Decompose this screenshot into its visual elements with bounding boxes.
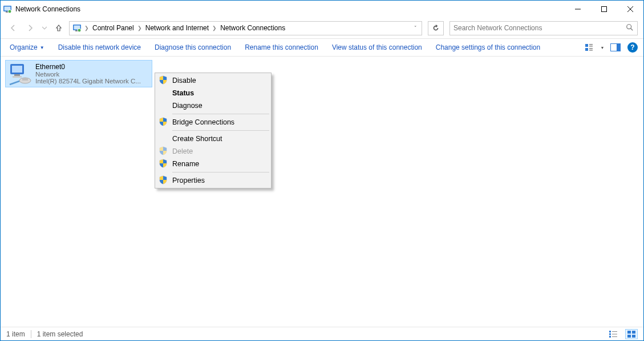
menu-separator	[172, 172, 269, 172]
breadcrumb-leaf[interactable]: Network Connections	[218, 22, 287, 35]
svg-rect-13	[585, 48, 588, 51]
ctx-diagnose[interactable]: Diagnose	[156, 99, 270, 112]
refresh-button[interactable]	[428, 21, 444, 35]
disable-device-label: Disable this network device	[58, 43, 141, 51]
svg-rect-5	[602, 7, 607, 12]
svg-rect-11	[589, 44, 593, 45]
close-button[interactable]	[617, 1, 643, 18]
shield-icon	[159, 75, 168, 85]
svg-rect-32	[632, 331, 635, 334]
diagnose-label: Diagnose this connection	[155, 43, 231, 51]
menu-separator	[172, 114, 269, 114]
svg-line-24	[10, 81, 19, 85]
preview-pane-button[interactable]	[608, 40, 623, 55]
svg-point-8	[627, 24, 631, 29]
tiles-view-button[interactable]	[625, 329, 638, 339]
shield-icon	[159, 117, 168, 126]
change-settings-button[interactable]: Change settings of this connection	[430, 41, 546, 54]
svg-rect-10	[585, 44, 588, 47]
ctx-create-shortcut-label: Create Shortcut	[172, 135, 222, 143]
breadcrumb-mid-label: Network and Internet	[145, 24, 209, 32]
ctx-disable[interactable]: Disable	[156, 74, 270, 87]
svg-rect-34	[632, 335, 635, 338]
view-options-dropdown[interactable]: ▼	[599, 40, 606, 55]
diagnose-button[interactable]: Diagnose this connection	[149, 41, 237, 54]
forward-button[interactable]	[23, 21, 37, 35]
status-separator	[31, 330, 31, 338]
search-icon	[626, 23, 634, 33]
address-bar[interactable]: ❯ Control Panel ❯ Network and Internet ❯…	[69, 21, 422, 35]
help-button[interactable]: ?	[625, 40, 640, 55]
breadcrumb-mid[interactable]: Network and Internet	[143, 22, 211, 35]
ctx-delete: Delete	[156, 145, 270, 158]
svg-rect-12	[589, 46, 593, 47]
ctx-bridge-label: Bridge Connections	[172, 118, 234, 126]
svg-rect-19	[12, 66, 22, 73]
breadcrumb-root[interactable]: Control Panel	[90, 22, 136, 35]
details-view-button[interactable]	[607, 329, 619, 339]
adapter-icon	[8, 62, 32, 86]
chevron-down-icon: ▼	[40, 45, 44, 50]
ctx-diagnose-label: Diagnose	[172, 102, 202, 110]
back-button[interactable]	[6, 21, 20, 35]
network-adapter-item[interactable]: Ethernet0 Network Intel(R) 82574L Gigabi…	[5, 60, 152, 87]
minimize-button[interactable]	[565, 1, 591, 18]
svg-rect-21	[13, 76, 22, 78]
navbar: ❯ Control Panel ❯ Network and Internet ❯…	[1, 18, 643, 38]
adapter-name: Ethernet0	[35, 63, 141, 71]
ctx-delete-label: Delete	[172, 147, 193, 155]
organize-label: Organize	[10, 43, 38, 51]
shield-icon	[159, 175, 168, 184]
window-frame: Network Connections	[0, 0, 644, 341]
context-menu: Disable Status Diagnose Bridge Connectio…	[155, 73, 272, 188]
view-status-label: View status of this connection	[332, 43, 422, 51]
adapter-status: Network	[35, 71, 141, 78]
status-item-count: 1 item	[6, 330, 25, 338]
recent-locations-button[interactable]	[40, 21, 48, 35]
rename-label: Rename this connection	[245, 43, 318, 51]
svg-rect-23	[22, 78, 28, 81]
svg-line-9	[631, 28, 633, 30]
search-input[interactable]	[453, 24, 626, 32]
titlebar: Network Connections	[1, 1, 643, 18]
content-area[interactable]: Ethernet0 Network Intel(R) 82574L Gigabi…	[1, 57, 643, 327]
svg-rect-28	[612, 334, 617, 334]
breadcrumb-leaf-label: Network Connections	[220, 24, 285, 32]
svg-rect-26	[612, 331, 617, 332]
address-dropdown-button[interactable]: ˅	[410, 25, 420, 31]
ctx-disable-label: Disable	[172, 77, 196, 85]
ctx-rename[interactable]: Rename	[156, 158, 270, 170]
svg-rect-31	[627, 331, 631, 334]
svg-rect-15	[589, 50, 593, 51]
status-bar: 1 item 1 item selected	[1, 327, 643, 340]
help-icon: ?	[627, 42, 638, 53]
chevron-right-icon: ❯	[211, 25, 218, 31]
window-title: Network Connections	[15, 5, 80, 13]
app-icon	[3, 5, 12, 14]
view-options-button[interactable]	[582, 40, 597, 55]
change-settings-label: Change settings of this connection	[436, 43, 540, 51]
ctx-create-shortcut[interactable]: Create Shortcut	[156, 133, 270, 145]
view-status-button[interactable]: View status of this connection	[326, 41, 428, 54]
status-selected-count: 1 item selected	[37, 330, 83, 338]
chevron-right-icon: ❯	[136, 25, 143, 31]
menu-separator	[172, 130, 269, 131]
breadcrumb-root-label: Control Panel	[92, 24, 134, 32]
ctx-bridge[interactable]: Bridge Connections	[156, 116, 270, 129]
svg-rect-17	[617, 44, 621, 51]
svg-rect-33	[627, 335, 631, 338]
search-box[interactable]	[449, 21, 638, 35]
adapter-device: Intel(R) 82574L Gigabit Network C...	[35, 78, 141, 85]
address-icon	[72, 23, 82, 33]
organize-menu[interactable]: Organize ▼	[4, 41, 50, 54]
shield-icon	[159, 146, 168, 155]
ctx-rename-label: Rename	[172, 160, 199, 168]
ctx-status[interactable]: Status	[156, 87, 270, 99]
command-bar: Organize ▼ Disable this network device D…	[1, 38, 643, 57]
maximize-button[interactable]	[591, 1, 617, 18]
disable-device-button[interactable]: Disable this network device	[52, 41, 147, 54]
ctx-properties[interactable]: Properties	[156, 174, 270, 187]
up-button[interactable]	[52, 21, 66, 35]
rename-button[interactable]: Rename this connection	[239, 41, 324, 54]
svg-rect-25	[609, 331, 611, 332]
